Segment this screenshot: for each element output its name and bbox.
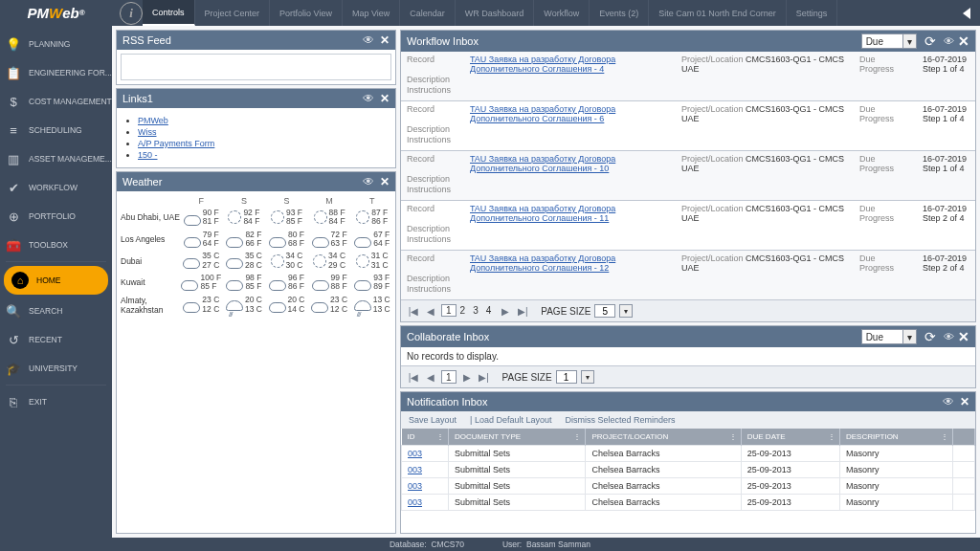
logo-post: eb xyxy=(62,5,79,21)
top-tab[interactable]: Controls xyxy=(143,0,195,26)
cell-proj: Chelsea Barracks xyxy=(586,462,741,478)
table-row[interactable]: 003Submittal SetsChelsea Barracks25-09-2… xyxy=(402,478,975,495)
weather-cell: 79 F64 F xyxy=(180,231,223,249)
table-row[interactable]: 003Submittal SetsChelsea Barracks25-09-2… xyxy=(402,446,975,462)
link-item[interactable]: Wiss xyxy=(138,127,157,137)
close-icon[interactable]: ✕ xyxy=(958,33,969,49)
collapse-topnav-icon[interactable] xyxy=(963,8,970,19)
pager-prev-icon[interactable]: ◀ xyxy=(424,304,437,318)
row-id-link[interactable]: 003 xyxy=(408,465,422,474)
weather-temps: 96 F86 F xyxy=(288,274,304,292)
notify-tool[interactable]: Save Layout xyxy=(409,415,457,425)
column-menu-icon[interactable]: ⋮ xyxy=(573,432,581,441)
top-tab[interactable]: Settings xyxy=(787,0,838,26)
pager-next-icon[interactable]: ▶ xyxy=(460,370,474,384)
weather-cell: 20 C14 C xyxy=(265,296,308,314)
weather-temps: 67 F64 F xyxy=(373,231,390,249)
pager-last-icon[interactable]: ▶| xyxy=(516,304,529,318)
top-tab[interactable]: Site Cam 01 North End Corner xyxy=(649,0,787,26)
top-tab[interactable]: Calendar xyxy=(400,0,456,26)
link-item[interactable]: A/P Payments Form xyxy=(138,139,214,148)
column-menu-icon[interactable]: ⋮ xyxy=(941,432,948,441)
refresh-icon[interactable]: ⟳ xyxy=(924,329,936,344)
table-row[interactable]: 003Submittal SetsChelsea Barracks25-09-2… xyxy=(402,495,975,511)
pager-last-icon[interactable]: ▶| xyxy=(478,370,491,384)
table-header[interactable]: DOCUMENT TYPE⋮ xyxy=(449,429,586,446)
pager-page[interactable]: 1 xyxy=(441,370,457,384)
sidebar-item[interactable]: ↺RECENT xyxy=(0,325,112,354)
pager-page[interactable]: 1 xyxy=(441,304,457,317)
record-link[interactable]: TAU Заявка на разработку Договора Дополн… xyxy=(470,253,676,273)
row-id-link[interactable]: 003 xyxy=(408,497,422,507)
link-item[interactable]: PMWeb xyxy=(138,116,168,125)
table-row[interactable]: 003Submittal SetsChelsea Barracks25-09-2… xyxy=(402,462,975,478)
sidebar-item[interactable]: 🧰TOOLBOX xyxy=(0,231,112,259)
sidebar-item[interactable]: 🎓UNIVERSITY xyxy=(0,354,112,383)
sidebar-item[interactable]: ⌂HOME xyxy=(4,266,108,295)
hide-icon[interactable] xyxy=(363,92,374,105)
table-header[interactable]: PROJECT/LOCATION⋮ xyxy=(586,429,741,446)
notify-tool[interactable]: | Load Default Layout xyxy=(470,415,551,425)
sidebar-item[interactable]: 📋ENGINEERING FOR... xyxy=(0,58,112,87)
record-link[interactable]: TAU Заявка на разработку Договора Дополн… xyxy=(470,104,676,123)
rss-body xyxy=(121,54,391,80)
pager-first-icon[interactable]: |◀ xyxy=(407,304,420,318)
column-menu-icon[interactable]: ⋮ xyxy=(828,432,835,441)
column-menu-icon[interactable]: ⋮ xyxy=(729,432,737,441)
notify-tool[interactable]: Dismiss Selected Reminders xyxy=(565,415,675,425)
weather-temps: 82 F66 F xyxy=(245,231,261,249)
close-icon[interactable]: ✕ xyxy=(960,395,969,408)
pager-next-icon[interactable]: ▶ xyxy=(499,304,512,318)
close-icon[interactable]: ✕ xyxy=(958,329,969,344)
collab-filter-select[interactable]: Due▾ xyxy=(861,329,917,344)
close-icon[interactable]: ✕ xyxy=(380,92,390,105)
sidebar-item[interactable]: $COST MANAGEMENT xyxy=(0,87,112,116)
sidebar-label: PLANNING xyxy=(29,39,70,49)
table-header[interactable]: DESCRIPTION⋮ xyxy=(839,429,952,446)
hide-icon[interactable] xyxy=(944,35,954,47)
hide-icon[interactable] xyxy=(363,175,374,188)
sidebar-item[interactable]: 🔍SEARCH xyxy=(0,297,112,325)
table-header[interactable]: ID⋮ xyxy=(402,429,449,446)
record-link[interactable]: TAU Заявка на разработку Договора Дополн… xyxy=(470,204,676,223)
page-size-input[interactable] xyxy=(556,370,577,384)
hide-icon[interactable] xyxy=(944,331,954,342)
top-tab[interactable]: WR Dashboard xyxy=(456,0,535,26)
sidebar-item[interactable]: ⎘EXIT xyxy=(0,387,112,416)
table-header[interactable]: DUE DATE⋮ xyxy=(741,429,839,446)
sidebar-item[interactable]: ▥ASSET MANAGEME... xyxy=(0,144,112,173)
hide-icon[interactable] xyxy=(363,33,374,47)
due-col: DueProgress xyxy=(859,154,917,173)
record-link[interactable]: TAU Заявка на разработку Договора Дополн… xyxy=(470,154,676,173)
sidebar-item[interactable]: ✔WORKFLOW xyxy=(0,173,112,202)
weather-cell: 90 F81 F xyxy=(180,209,223,227)
close-icon[interactable]: ✕ xyxy=(380,175,390,188)
pager-page[interactable]: 3 xyxy=(469,305,482,316)
close-icon[interactable]: ✕ xyxy=(380,33,390,47)
sidebar-item[interactable]: ≡SCHEDULING xyxy=(0,116,112,144)
column-menu-icon[interactable]: ⋮ xyxy=(436,432,444,441)
top-tab[interactable]: Workflow xyxy=(534,0,590,26)
pager-page[interactable]: 4 xyxy=(482,305,496,316)
refresh-icon[interactable]: ⟳ xyxy=(924,33,936,49)
row-id-link[interactable]: 003 xyxy=(408,481,422,491)
weather-cloud-icon xyxy=(311,302,328,313)
pager-prev-icon[interactable]: ◀ xyxy=(424,370,437,384)
sidebar-item[interactable]: ⊕PORTFOLIO xyxy=(0,202,112,231)
pager-page[interactable]: 2 xyxy=(457,305,470,316)
row-id-link[interactable]: 003 xyxy=(408,449,422,458)
top-tab[interactable]: Project Center xyxy=(195,0,271,26)
page-size-dropdown[interactable]: ▾ xyxy=(619,304,633,318)
page-size-dropdown[interactable]: ▾ xyxy=(581,370,594,384)
hide-icon[interactable] xyxy=(943,395,954,408)
top-tab[interactable]: Map View xyxy=(343,0,400,26)
record-link[interactable]: TAU Заявка на разработку Договора Дополн… xyxy=(470,55,676,74)
workflow-filter-select[interactable]: Due▾ xyxy=(861,33,917,49)
pager-first-icon[interactable]: |◀ xyxy=(407,370,420,384)
link-item[interactable]: 150 - xyxy=(138,150,158,160)
top-tab[interactable]: Portfolio View xyxy=(270,0,343,26)
info-icon[interactable]: i xyxy=(120,2,143,25)
page-size-input[interactable] xyxy=(594,304,615,318)
sidebar-item[interactable]: 💡PLANNING xyxy=(0,30,112,58)
top-tab[interactable]: Events (2) xyxy=(590,0,649,26)
